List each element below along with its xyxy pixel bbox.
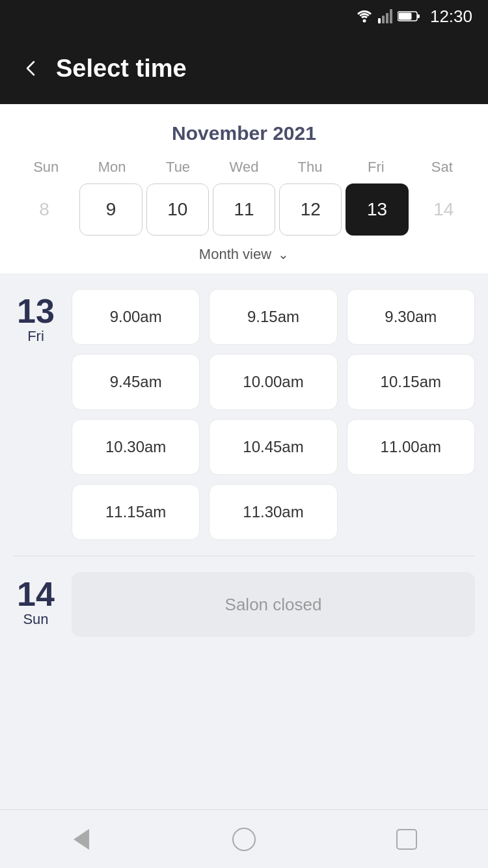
signal-icon [378,9,392,23]
nav-home-button[interactable] [224,820,264,859]
time-slot-1115am[interactable]: 11.15am [72,484,200,540]
month-year: November 2021 [13,122,475,144]
status-icons: 12:30 [356,7,472,27]
date-cell-8: 8 [13,183,75,236]
weekday-tue: Tue [145,159,211,176]
date-cell-12[interactable]: 12 [279,183,342,236]
date-cell-13[interactable]: 13 [346,183,408,236]
svg-point-0 [362,20,366,23]
nav-recents-button[interactable] [387,820,426,859]
svg-rect-3 [386,13,388,23]
recents-square-icon [396,829,417,850]
dates-row: 891011121314 [13,183,475,236]
time-slot-1130am[interactable]: 11.30am [209,484,337,540]
month-view-label: Month view [199,246,271,263]
status-bar: 12:30 [0,0,488,33]
weekday-sun: Sun [13,159,79,176]
day-name-13: Fri [27,328,44,345]
salon-closed-label: Salon closed [225,595,322,615]
weekday-headers: Sun Mon Tue Wed Thu Fri Sat [13,159,475,176]
time-slot-1030am[interactable]: 10.30am [72,419,200,475]
back-triangle-icon [74,829,89,850]
status-time: 12:30 [430,7,472,27]
back-button[interactable] [21,59,40,78]
date-cell-9[interactable]: 9 [79,183,142,236]
time-slot-1015am[interactable]: 10.15am [347,354,475,410]
bottom-nav [0,809,488,868]
day-block-13: 13 Fri 9.00am9.15am9.30am9.45am10.00am10… [13,289,475,540]
day-label-13: 13 Fri [13,289,59,345]
time-section: 13 Fri 9.00am9.15am9.30am9.45am10.00am10… [0,273,488,653]
time-slot-1000am[interactable]: 10.00am [209,354,337,410]
svg-rect-4 [390,9,392,23]
calendar-section: November 2021 Sun Mon Tue Wed Thu Fri Sa… [0,104,488,273]
battery-icon [398,10,420,22]
time-slot-930am[interactable]: 9.30am [347,289,475,345]
date-cell-11[interactable]: 11 [213,183,275,236]
date-cell-10[interactable]: 10 [146,183,209,236]
header: Select time [0,33,488,104]
weekday-wed: Wed [211,159,277,176]
chevron-down-icon: ⌄ [278,247,289,262]
svg-rect-2 [382,16,385,23]
svg-rect-1 [378,18,381,23]
day-name-14: Sun [23,611,48,628]
day-label-14: 14 Sun [13,572,59,628]
time-slot-1100am[interactable]: 11.00am [347,419,475,475]
salon-closed-box: Salon closed [72,572,475,637]
weekday-fri: Fri [343,159,409,176]
home-circle-icon [232,828,256,851]
time-slot-900am[interactable]: 9.00am [72,289,200,345]
time-slot-915am[interactable]: 9.15am [209,289,337,345]
weekday-mon: Mon [79,159,144,176]
divider [13,556,475,556]
time-slot-1045am[interactable]: 10.45am [209,419,337,475]
weekday-thu: Thu [277,159,343,176]
svg-rect-7 [417,14,420,18]
svg-rect-6 [398,13,411,20]
date-cell-14: 14 [413,183,475,236]
day-block-14: 14 Sun Salon closed [13,572,475,637]
nav-back-button[interactable] [62,820,101,859]
wifi-icon [356,10,373,23]
day-number-14: 14 [17,577,55,611]
weekday-sat: Sat [409,159,475,176]
time-slots-grid-13: 9.00am9.15am9.30am9.45am10.00am10.15am10… [72,289,475,540]
day-number-13: 13 [17,294,55,328]
time-slot-945am[interactable]: 9.45am [72,354,200,410]
month-view-toggle[interactable]: Month view ⌄ [13,246,475,263]
page-title: Select time [56,55,187,83]
